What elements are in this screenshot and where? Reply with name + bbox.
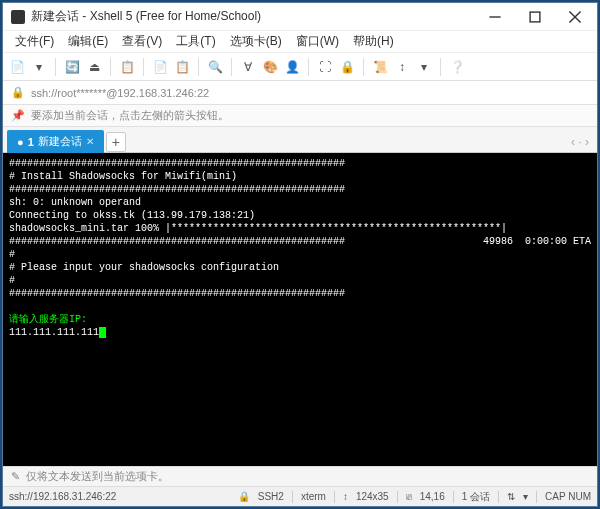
- info-text: 要添加当前会话，点击左侧的箭头按钮。: [31, 108, 229, 123]
- transfer-icon[interactable]: ↕: [394, 59, 410, 75]
- tab-number: 1: [28, 136, 34, 148]
- term-line: Connecting to okss.tk (113.99.179.138:21…: [9, 210, 255, 221]
- separator: [440, 58, 441, 76]
- term-prompt: 请输入服务器IP:: [9, 314, 87, 325]
- toolbar: 📄 ▾ 🔄 ⏏ 📋 📄 📋 🔍 Ɐ 🎨 👤 ⛶ 🔒 📜 ↕ ▾ ❔: [3, 53, 597, 81]
- cursor-pos-icon: ⎚: [406, 491, 412, 502]
- disconnect-icon[interactable]: ⏏: [86, 59, 102, 75]
- status-pos: 14,16: [420, 491, 445, 502]
- minimize-button[interactable]: [475, 4, 515, 30]
- term-line: #: [9, 249, 15, 260]
- compose-icon[interactable]: ✎: [11, 470, 20, 483]
- menu-file[interactable]: 文件(F): [9, 31, 60, 52]
- properties-icon[interactable]: 📋: [119, 59, 135, 75]
- term-line: ########################################…: [9, 288, 345, 299]
- term-line: ########################################…: [9, 158, 345, 169]
- compose-hint: 仅将文本发送到当前选项卡。: [26, 469, 169, 484]
- term-line: ########################################…: [9, 184, 345, 195]
- reconnect-icon[interactable]: 🔄: [64, 59, 80, 75]
- app-window: 新建会话 - Xshell 5 (Free for Home/School) 文…: [2, 2, 598, 507]
- close-button[interactable]: [555, 4, 595, 30]
- term-line: # Please input your shadowsocks configur…: [9, 262, 279, 273]
- menubar: 文件(F) 编辑(E) 查看(V) 工具(T) 选项卡(B) 窗口(W) 帮助(…: [3, 31, 597, 53]
- separator: [231, 58, 232, 76]
- separator: [453, 491, 454, 503]
- user-icon[interactable]: 👤: [284, 59, 300, 75]
- term-line: sh: 0: unknown operand: [9, 197, 141, 208]
- resize-icon: ↕: [343, 491, 348, 502]
- status-caps: CAP NUM: [545, 491, 591, 502]
- script-icon[interactable]: 📜: [372, 59, 388, 75]
- pin-icon[interactable]: 📌: [11, 109, 25, 122]
- chevron-down-icon[interactable]: ▾: [523, 491, 528, 502]
- help-icon[interactable]: ❔: [449, 59, 465, 75]
- svg-rect-1: [530, 12, 540, 22]
- terminal-output[interactable]: ########################################…: [3, 153, 597, 466]
- status-connection: ssh://192.168.31.246:22: [9, 491, 116, 502]
- separator: [143, 58, 144, 76]
- term-line: ########################################…: [9, 236, 345, 247]
- separator: [198, 58, 199, 76]
- color-icon[interactable]: 🎨: [262, 59, 278, 75]
- add-tab-button[interactable]: +: [106, 132, 126, 152]
- separator: [397, 491, 398, 503]
- menu-help[interactable]: 帮助(H): [347, 31, 400, 52]
- find-icon[interactable]: 🔍: [207, 59, 223, 75]
- lock-icon: 🔒: [238, 491, 250, 502]
- font-icon[interactable]: Ɐ: [240, 59, 256, 75]
- term-line: #: [9, 275, 15, 286]
- term-line: shadowsocks_mini.tar 100% |*************…: [9, 223, 507, 234]
- compose-bar: ✎ 仅将文本发送到当前选项卡。: [3, 466, 597, 486]
- separator: [498, 491, 499, 503]
- window-title: 新建会话 - Xshell 5 (Free for Home/School): [31, 8, 475, 25]
- window-controls: [475, 4, 595, 30]
- new-session-icon[interactable]: 📄: [9, 59, 25, 75]
- status-size: 124x35: [356, 491, 389, 502]
- menu-tab[interactable]: 选项卡(B): [224, 31, 288, 52]
- lock-icon[interactable]: 🔒: [339, 59, 355, 75]
- titlebar: 新建会话 - Xshell 5 (Free for Home/School): [3, 3, 597, 31]
- menu-window[interactable]: 窗口(W): [290, 31, 345, 52]
- address-bar: 🔒 ssh://root*******@192.168.31.246:22: [3, 81, 597, 105]
- lock-icon: 🔒: [11, 86, 25, 99]
- tab-session-1[interactable]: ● 1 新建会话 ✕: [7, 130, 104, 153]
- tab-nav-icon[interactable]: ‹ · ›: [571, 135, 593, 149]
- separator: [334, 491, 335, 503]
- separator: [110, 58, 111, 76]
- info-bar: 📌 要添加当前会话，点击左侧的箭头按钮。: [3, 105, 597, 127]
- tab-close-icon[interactable]: ✕: [86, 136, 94, 147]
- tab-bar: ● 1 新建会话 ✕ + ‹ · ›: [3, 127, 597, 153]
- log-icon[interactable]: ▾: [416, 59, 432, 75]
- signal-icon: ⇅: [507, 491, 515, 502]
- status-bar: ssh://192.168.31.246:22 🔒 SSH2 xterm ↕ 1…: [3, 486, 597, 506]
- maximize-button[interactable]: [515, 4, 555, 30]
- status-term: xterm: [301, 491, 326, 502]
- fullscreen-icon[interactable]: ⛶: [317, 59, 333, 75]
- paste-icon[interactable]: 📋: [174, 59, 190, 75]
- status-protocol: SSH2: [258, 491, 284, 502]
- separator: [292, 491, 293, 503]
- term-input: 111.111.111.111: [9, 327, 99, 338]
- address-text[interactable]: ssh://root*******@192.168.31.246:22: [31, 87, 209, 99]
- menu-view[interactable]: 查看(V): [116, 31, 168, 52]
- separator: [363, 58, 364, 76]
- copy-icon[interactable]: 📄: [152, 59, 168, 75]
- term-line: # Install Shadowsocks for Miwifi(mini): [9, 171, 237, 182]
- tab-label: 新建会话: [38, 134, 82, 149]
- separator: [536, 491, 537, 503]
- bullet-icon: ●: [17, 136, 24, 148]
- app-icon: [11, 10, 25, 24]
- menu-edit[interactable]: 编辑(E): [62, 31, 114, 52]
- status-sessions: 1 会话: [462, 490, 490, 504]
- menu-tool[interactable]: 工具(T): [170, 31, 221, 52]
- separator: [55, 58, 56, 76]
- cursor-icon: [99, 327, 106, 338]
- separator: [308, 58, 309, 76]
- chevron-down-icon[interactable]: ▾: [31, 59, 47, 75]
